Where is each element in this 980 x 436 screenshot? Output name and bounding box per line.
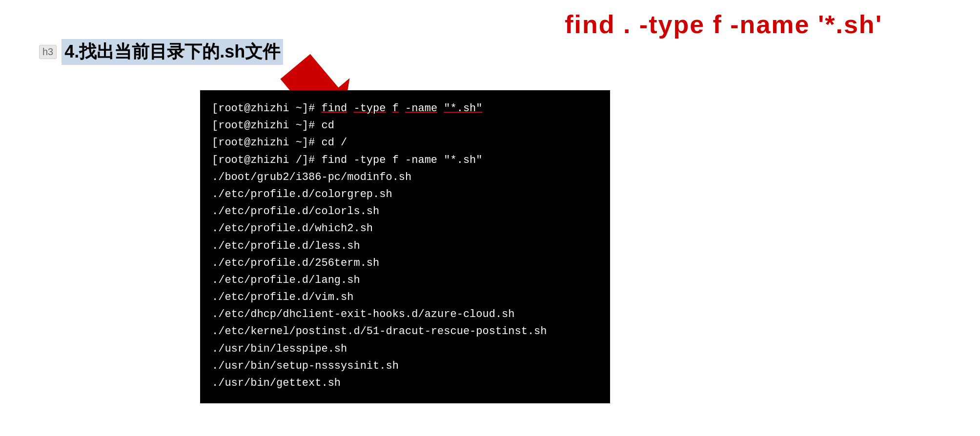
terminal-line: ./boot/grub2/i386-pc/modinfo.sh (212, 169, 598, 186)
terminal-line: ./etc/profile.d/less.sh (212, 238, 598, 255)
underline-f: f (392, 102, 399, 115)
h3-badge: h3 (39, 45, 57, 59)
command-annotation: find . -type f -name '*.sh' (565, 10, 882, 39)
terminal-line: ./usr/bin/lesspipe.sh (212, 340, 598, 357)
terminal-line: ./etc/kernel/postinst.d/51-dracut-rescue… (212, 323, 598, 340)
underline-find: find (321, 102, 347, 115)
terminal-line: ./usr/bin/setup-nsssysinit.sh (212, 357, 598, 375)
terminal-line: ./etc/dhcp/dhclient-exit-hooks.d/azure-c… (212, 306, 598, 323)
terminal-line: ./etc/profile.d/which2.sh (212, 220, 598, 237)
terminal-line: ./etc/profile.d/vim.sh (212, 289, 598, 306)
terminal-line: [root@zhizhi ~]# cd (212, 117, 598, 134)
page: h3 4.找出当前目录下的.sh文件 find . -type f -name … (0, 0, 980, 436)
terminal-line: [root@zhizhi ~]# cd / (212, 134, 598, 151)
terminal-line: ./etc/profile.d/colorgrep.sh (212, 186, 598, 203)
terminal-line: [root@zhizhi ~]# find -type f -name "*.s… (212, 100, 598, 117)
underline-name: -name (405, 102, 437, 115)
terminal-line: ./etc/profile.d/colorls.sh (212, 203, 598, 220)
heading-text: 4.找出当前目录下的.sh文件 (61, 39, 283, 65)
terminal-line: ./etc/profile.d/lang.sh (212, 272, 598, 289)
underline-pattern: "*.sh" (444, 102, 482, 115)
terminal-window: [root@zhizhi ~]# find -type f -name "*.s… (200, 90, 610, 403)
terminal-line: ./etc/profile.d/256term.sh (212, 255, 598, 272)
terminal-line: ./usr/bin/gettext.sh (212, 375, 598, 392)
section-heading: h3 4.找出当前目录下的.sh文件 (39, 39, 283, 65)
terminal-line: [root@zhizhi /]# find -type f -name "*.s… (212, 152, 598, 169)
underline-type: -type (353, 102, 386, 115)
